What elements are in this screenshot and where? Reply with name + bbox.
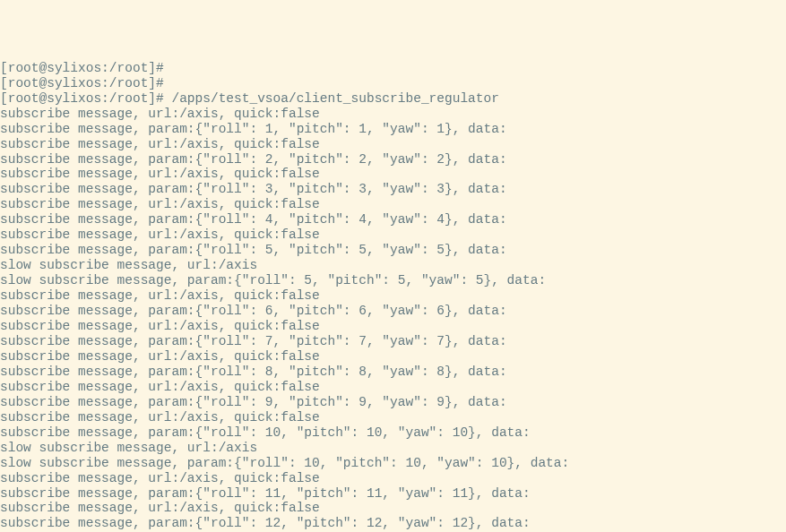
terminal-line: subscribe message, url:/axis, quick:fals… xyxy=(0,288,786,304)
terminal-line: subscribe message, param:{"roll": 6, "pi… xyxy=(0,304,786,319)
terminal-line: subscribe message, param:{"roll": 11, "p… xyxy=(0,486,786,502)
terminal-line: subscribe message, url:/axis, quick:fals… xyxy=(0,380,786,395)
terminal-line: subscribe message, param:{"roll": 9, "pi… xyxy=(0,395,786,410)
terminal-line: subscribe message, url:/axis, quick:fals… xyxy=(0,349,786,365)
terminal-line: subscribe message, param:{"roll": 4, "pi… xyxy=(0,212,786,227)
terminal-line: [root@sylixos:/root]# xyxy=(0,76,786,91)
terminal-line: [root@sylixos:/root]# /apps/test_vsoa/cl… xyxy=(0,91,786,107)
terminal-line: subscribe message, param:{"roll": 8, "pi… xyxy=(0,365,786,380)
terminal-line: subscribe message, param:{"roll": 3, "pi… xyxy=(0,182,786,197)
terminal-line: slow subscribe message, param:{"roll": 1… xyxy=(0,456,786,471)
terminal-line: [root@sylixos:/root]# xyxy=(0,61,786,76)
terminal-line: subscribe message, url:/axis, quick:fals… xyxy=(0,410,786,425)
terminal-line: subscribe message, url:/axis, quick:fals… xyxy=(0,319,786,334)
terminal-line: subscribe message, url:/axis, quick:fals… xyxy=(0,501,786,516)
terminal-line: subscribe message, param:{"roll": 5, "pi… xyxy=(0,243,786,258)
terminal-line: slow subscribe message, param:{"roll": 5… xyxy=(0,273,786,288)
terminal-line: subscribe message, param:{"roll": 12, "p… xyxy=(0,516,786,531)
terminal-line: subscribe message, param:{"roll": 7, "pi… xyxy=(0,334,786,349)
terminal-line: subscribe message, param:{"roll": 2, "pi… xyxy=(0,152,786,167)
terminal-line: subscribe message, url:/axis, quick:fals… xyxy=(0,197,786,212)
terminal-line: subscribe message, param:{"roll": 1, "pi… xyxy=(0,122,786,137)
terminal-line: subscribe message, url:/axis, quick:fals… xyxy=(0,471,786,486)
terminal-line: subscribe message, url:/axis, quick:fals… xyxy=(0,137,786,152)
terminal-line: subscribe message, param:{"roll": 10, "p… xyxy=(0,425,786,441)
terminal-output[interactable]: [root@sylixos:/root]#[root@sylixos:/root… xyxy=(0,61,786,532)
terminal-line: subscribe message, url:/axis, quick:fals… xyxy=(0,227,786,243)
terminal-line: subscribe message, url:/axis, quick:fals… xyxy=(0,107,786,122)
terminal-line: slow subscribe message, url:/axis xyxy=(0,258,786,273)
terminal-line: slow subscribe message, url:/axis xyxy=(0,441,786,456)
terminal-line: subscribe message, url:/axis, quick:fals… xyxy=(0,167,786,182)
